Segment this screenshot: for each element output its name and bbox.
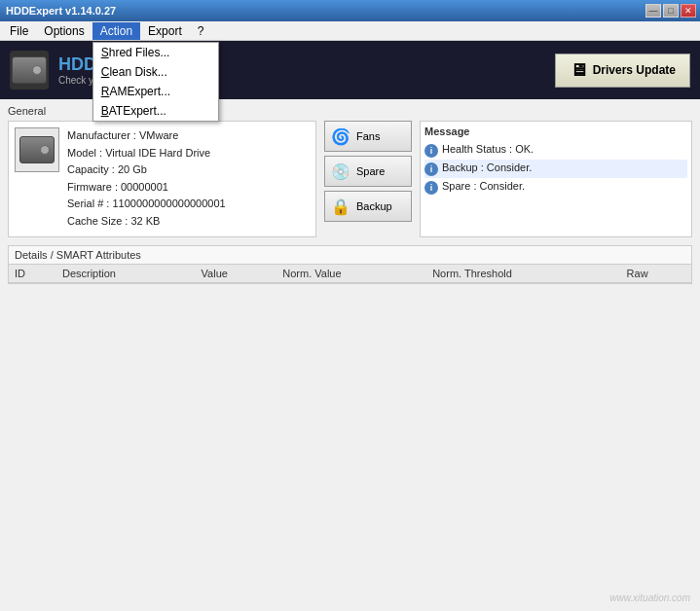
message-backup: i Backup : Consider. bbox=[424, 160, 687, 178]
backup-text: Backup : Consider. bbox=[442, 162, 532, 173]
hdd-details: Manufacturer : VMware Model : Virtual ID… bbox=[67, 127, 226, 231]
menu-bar: File Options Action Shred Files... Clean… bbox=[0, 21, 700, 41]
menu-export[interactable]: Export bbox=[140, 21, 190, 40]
info-icon-spare: i bbox=[424, 181, 438, 195]
hdd-icon bbox=[12, 56, 47, 84]
spare-icon: 💿 bbox=[331, 162, 350, 181]
bat-expert-label: BATExpert... bbox=[101, 104, 166, 118]
ram-expert-label: RAMExpert... bbox=[101, 85, 170, 98]
minimize-button[interactable]: — bbox=[645, 4, 661, 18]
capacity: Capacity : 20 Gb bbox=[67, 162, 226, 179]
menu-action[interactable]: Action bbox=[92, 22, 140, 40]
menu-shred-files[interactable]: Shred Files... bbox=[93, 43, 218, 62]
close-button[interactable]: ✕ bbox=[681, 4, 696, 18]
manufacturer: Manufacturer : VMware bbox=[67, 127, 226, 145]
shred-files-label: Shred Files... bbox=[101, 46, 170, 59]
spare-text: Spare : Consider. bbox=[442, 180, 525, 192]
action-buttons: 🌀 Fans 💿 Spare 🔒 Backup bbox=[324, 121, 412, 237]
health-text: Health Status : OK. bbox=[442, 143, 534, 155]
smart-table: ID Description Value Norm. Value Norm. T… bbox=[9, 265, 691, 283]
app-icon bbox=[10, 51, 49, 90]
col-norm-value: Norm. Value bbox=[276, 265, 426, 283]
spare-button[interactable]: 💿 Spare bbox=[324, 156, 412, 187]
menu-bat-expert[interactable]: BATExpert... bbox=[93, 101, 218, 121]
title-bar: HDDExpert v1.14.0.27 — □ ✕ bbox=[0, 0, 700, 21]
fans-icon: 🌀 bbox=[331, 127, 350, 146]
general-panel: Manufacturer : VMware Model : Virtual ID… bbox=[8, 121, 692, 237]
serial: Serial # : 1100000000000000001 bbox=[67, 196, 226, 213]
maximize-button[interactable]: □ bbox=[663, 4, 679, 18]
message-health: i Health Status : OK. bbox=[424, 141, 687, 160]
smart-table-header: ID Description Value Norm. Value Norm. T… bbox=[9, 265, 691, 283]
watermark: www.xituation.com bbox=[609, 593, 690, 603]
backup-icon: 🔒 bbox=[331, 198, 350, 216]
firmware: Firmware : 00000001 bbox=[67, 179, 226, 197]
backup-label: Backup bbox=[356, 200, 392, 212]
general-info-box: Manufacturer : VMware Model : Virtual ID… bbox=[8, 121, 316, 237]
menu-clean-disk[interactable]: Clean Disk... bbox=[93, 62, 218, 82]
fans-label: Fans bbox=[356, 130, 380, 142]
col-value: Value bbox=[196, 265, 277, 283]
clean-disk-label: Clean Disk... bbox=[101, 65, 167, 79]
menu-help[interactable]: ? bbox=[190, 21, 212, 40]
col-norm-threshold: Norm. Threshold bbox=[426, 265, 620, 283]
window-title: HDDExpert v1.14.0.27 bbox=[6, 5, 116, 17]
drivers-update-label: Drivers Update bbox=[593, 63, 676, 77]
main-content: General Manufacturer : VMware Model : Vi… bbox=[0, 99, 700, 611]
model: Model : Virtual IDE Hard Drive bbox=[67, 145, 226, 162]
menu-options[interactable]: Options bbox=[36, 21, 92, 40]
fans-button[interactable]: 🌀 Fans bbox=[324, 121, 412, 152]
col-raw: Raw bbox=[621, 265, 691, 283]
menu-ram-expert[interactable]: RAMExpert... bbox=[93, 82, 218, 101]
smart-header: Details / SMART Attributes bbox=[9, 246, 691, 265]
message-box: Message i Health Status : OK. i Backup :… bbox=[420, 121, 692, 237]
cache-size: Cache Size : 32 KB bbox=[67, 213, 226, 231]
menu-file[interactable]: File bbox=[2, 21, 36, 40]
info-icon-backup: i bbox=[424, 162, 438, 176]
hdd-large-icon bbox=[19, 136, 55, 163]
drivers-update-icon: 🖥 bbox=[570, 60, 587, 81]
smart-section: Details / SMART Attributes ID Descriptio… bbox=[8, 245, 692, 284]
message-spare: i Spare : Consider. bbox=[424, 178, 687, 197]
drivers-update-button[interactable]: 🖥 Drivers Update bbox=[555, 54, 690, 88]
backup-button[interactable]: 🔒 Backup bbox=[324, 191, 412, 222]
hdd-icon-box bbox=[15, 127, 59, 172]
info-icon-health: i bbox=[424, 144, 438, 158]
col-id: ID bbox=[9, 265, 56, 283]
message-header: Message bbox=[424, 126, 687, 137]
action-menu-container: Action Shred Files... Clean Disk... RAME… bbox=[92, 22, 140, 40]
action-dropdown: Shred Files... Clean Disk... RAMExpert..… bbox=[92, 42, 219, 122]
col-description: Description bbox=[56, 265, 196, 283]
spare-label: Spare bbox=[356, 165, 385, 177]
window-controls: — □ ✕ bbox=[645, 4, 696, 18]
